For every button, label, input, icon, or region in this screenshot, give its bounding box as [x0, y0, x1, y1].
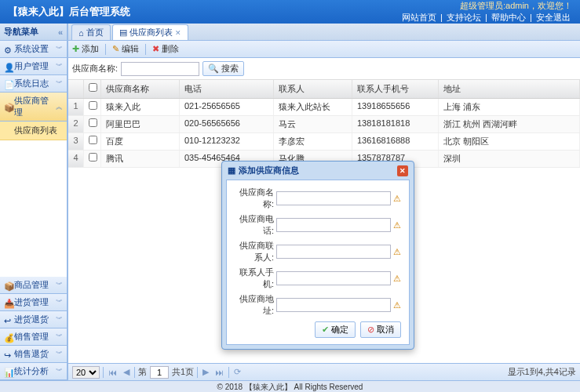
row-number: 4 [68, 151, 84, 167]
plus-icon: ✚ [72, 44, 79, 54]
search-row: 供应商名称: 🔍搜索 [68, 58, 580, 80]
last-page-button[interactable]: ⏭ [213, 368, 225, 377]
row-checkbox[interactable] [89, 153, 97, 162]
tabs-bar: ⌂ 首页 ▤ 供应商列表 ✕ [68, 24, 580, 41]
field-name-label: 供应商名称: [235, 187, 274, 210]
sidebar-group-supplier[interactable]: 📦 供应商管理 ︽ [0, 93, 67, 122]
search-input[interactable] [121, 62, 199, 76]
delete-button[interactable]: ✖删除 [152, 43, 179, 55]
sidebar-group[interactable]: ↩进货退货︾ [0, 311, 67, 328]
field-mobile-label: 联系人手机: [235, 267, 274, 290]
col-mobile[interactable]: 联系人手机号 [352, 80, 439, 98]
pager: 20 ⏮ ◀ 第 共1页 ▶ ⏭ ⟳ 显示1到4,共4记录 [68, 363, 580, 380]
field-phone-input[interactable] [276, 218, 391, 232]
cell-phone: 020-56565656 [180, 116, 274, 132]
cell-mobile: 13918655656 [352, 99, 439, 115]
edit-button[interactable]: ✎编辑 [112, 43, 139, 55]
chevron-down-icon: ︾ [56, 349, 63, 359]
subitem-area: 供应商列表 [0, 122, 67, 277]
sidebar-group[interactable]: 📄系统日志︾ [0, 75, 67, 93]
link-forum[interactable]: 支持论坛 [447, 13, 481, 22]
dialog-title-bar[interactable]: ▦ 添加供应商信息 ✕ [222, 162, 414, 180]
field-addr-input[interactable] [276, 298, 391, 312]
cancel-icon: ⊘ [367, 325, 374, 335]
page-input[interactable] [150, 366, 169, 379]
select-all-checkbox[interactable] [89, 83, 97, 92]
dialog-close-button[interactable]: ✕ [397, 165, 408, 176]
sidebar-group[interactable]: 📊统计分析︾ [0, 363, 67, 380]
row-checkbox[interactable] [89, 118, 97, 127]
welcome-text: 超级管理员:admin，欢迎您！ [400, 0, 572, 12]
link-home[interactable]: 网站首页 [402, 13, 436, 22]
cell-phone: 021-25656565 [180, 99, 274, 115]
warning-icon: ⚠ [393, 194, 401, 204]
sidebar-group[interactable]: 📦商品管理︾ [0, 277, 67, 294]
table-row[interactable]: 2阿里巴巴020-56565656马云13818181818浙江 杭州 西湖河畔 [68, 116, 580, 133]
row-checkbox[interactable] [89, 101, 97, 110]
table-row[interactable]: 3百度010-12123232李彦宏13616816888北京 朝阳区 [68, 133, 580, 151]
tab-supplier-list[interactable]: ▤ 供应商列表 ✕ [112, 24, 188, 40]
add-button[interactable]: ✚添加 [72, 43, 99, 55]
link-help[interactable]: 帮助中心 [491, 13, 526, 22]
chevron-up-icon: ︽ [56, 102, 63, 112]
field-name-input[interactable] [276, 191, 391, 205]
field-mobile-input[interactable] [276, 271, 391, 285]
cancel-button[interactable]: ⊘取消 [360, 321, 401, 338]
cell-name: 腾讯 [101, 151, 180, 167]
chevron-down-icon: ︾ [56, 297, 63, 307]
warning-icon: ⚠ [393, 274, 401, 284]
row-number: 1 [68, 99, 84, 115]
group-icon: 📄 [4, 80, 12, 88]
sidebar-group[interactable]: 👤用户管理︾ [0, 58, 67, 75]
field-contact-input[interactable] [276, 245, 391, 259]
chevron-down-icon: ︾ [56, 332, 63, 342]
col-name[interactable]: 供应商名称 [101, 80, 180, 98]
toolbar: ✚添加 ✎编辑 ✖删除 [68, 41, 580, 58]
pager-info: 显示1到4,共4记录 [508, 366, 576, 378]
sidebar-item-supplier-list[interactable]: 供应商列表 [0, 122, 67, 140]
sidebar-group[interactable]: 📥进货管理︾ [0, 294, 67, 311]
cell-name: 百度 [101, 133, 180, 150]
sidebar-group[interactable]: 💰销售管理︾ [0, 328, 67, 346]
col-phone[interactable]: 电话 [180, 80, 274, 98]
first-page-button[interactable]: ⏮ [107, 368, 119, 377]
tab-home[interactable]: ⌂ 首页 [71, 24, 111, 40]
chevron-down-icon: ︾ [56, 366, 63, 376]
collapse-icon[interactable]: « [58, 27, 63, 37]
sidebar-group[interactable]: ⚙系统设置︾ [0, 41, 67, 58]
pencil-icon: ✎ [112, 44, 119, 54]
sidebar-group[interactable]: ↪销售退货︾ [0, 346, 67, 363]
close-icon[interactable]: ✕ [175, 29, 181, 37]
add-supplier-dialog: ▦ 添加供应商信息 ✕ 供应商名称:⚠ 供应商电话:⚠ 供应商联系人:⚠ 联系人… [221, 161, 414, 350]
ok-button[interactable]: ✔确定 [315, 321, 356, 338]
footer: © 2018 【猿来入此】 All Rights Reserved [0, 380, 580, 392]
prev-page-button[interactable]: ◀ [122, 367, 131, 377]
field-addr-label: 供应商地址: [235, 293, 274, 317]
home-icon: ⌂ [78, 28, 84, 38]
group-icon: 💰 [4, 333, 12, 341]
cell-mobile: 13616816888 [352, 133, 439, 150]
cell-contact: 马云 [274, 116, 352, 132]
warning-icon: ⚠ [393, 300, 401, 310]
cell-name: 猿来入此 [101, 99, 180, 115]
link-logout[interactable]: 安全退出 [536, 13, 571, 22]
search-button[interactable]: 🔍搜索 [202, 61, 244, 76]
cell-contact: 李彦宏 [274, 133, 352, 150]
app-title: 【猿来入此】后台管理系统 [8, 5, 130, 19]
next-page-button[interactable]: ▶ [201, 367, 210, 377]
col-addr[interactable]: 地址 [439, 80, 580, 98]
cell-contact: 猿来入此站长 [274, 99, 352, 115]
table-row[interactable]: 1猿来入此021-25656565猿来入此站长13918655656上海 浦东 [68, 99, 580, 116]
chevron-down-icon: ︾ [56, 61, 63, 71]
trash-icon: ✖ [152, 44, 159, 54]
list-icon: ▤ [119, 27, 127, 38]
refresh-button[interactable]: ⟳ [232, 367, 243, 377]
col-contact[interactable]: 联系人 [274, 80, 352, 98]
group-icon: 📥 [4, 299, 12, 307]
page-size-select[interactable]: 20 [72, 366, 100, 379]
header-links: 网站首页 | 支持论坛 | 帮助中心 | 安全退出 [400, 12, 572, 24]
group-icon: 📦 [4, 281, 12, 289]
sidebar: 导航菜单 « ⚙系统设置︾👤用户管理︾📄系统日志︾ 📦 供应商管理 ︽ 供应商列… [0, 24, 67, 380]
row-checkbox[interactable] [89, 136, 97, 144]
row-number: 2 [68, 116, 84, 132]
